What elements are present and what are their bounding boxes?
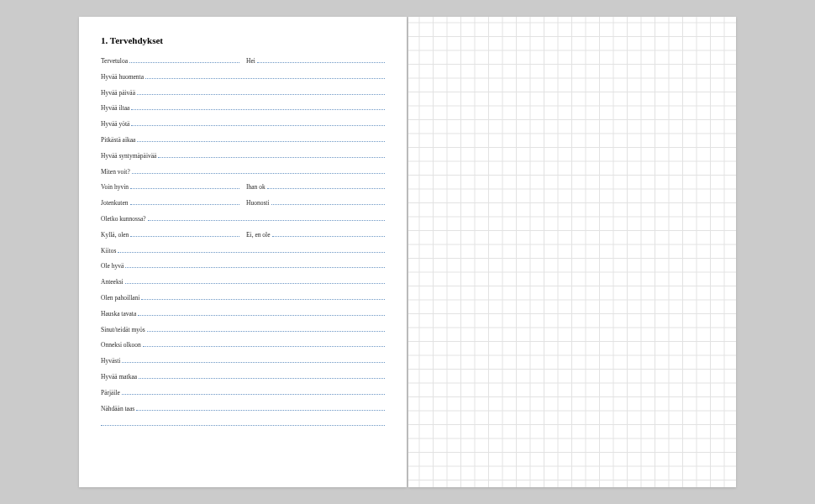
dotted-fill-line — [148, 215, 385, 221]
dotted-fill-line — [125, 262, 385, 268]
dotted-fill-line — [101, 420, 385, 426]
phrase-row: Hyvää syntymäpäivää — [101, 152, 385, 161]
phrase-row: Pärjäile — [101, 389, 385, 398]
phrase-row: Hauska tavata — [101, 310, 385, 319]
dotted-fill-line — [272, 231, 385, 237]
phrase-cell: Ole hyvä — [101, 262, 385, 270]
phrase-row: Olen pahoillani — [101, 294, 385, 303]
phrase-cell: Hyvää yötä — [101, 120, 385, 128]
dotted-fill-line — [271, 199, 385, 205]
dotted-fill-line — [257, 57, 385, 63]
dotted-fill-line — [129, 57, 239, 63]
phrase-cell — [101, 420, 385, 426]
phrase-row: Anteeksi — [101, 278, 385, 287]
phrase-cell: Jotenkuten — [101, 199, 239, 207]
phrase-cell: Kiitos — [101, 247, 385, 255]
phrase-row: Pitkästä aikaa — [101, 136, 385, 145]
phrase-row: Sinut/teidät myös — [101, 326, 385, 335]
phrase-label: Hei — [246, 57, 257, 65]
phrase-label: Hyvästi — [101, 357, 122, 365]
phrase-label: Tervetuloa — [101, 57, 129, 65]
phrase-row: JotenkutenHuonosti — [101, 199, 385, 208]
phrase-row: Hyvää iltaa — [101, 104, 385, 113]
phrase-cell: Oletko kunnossa? — [101, 215, 385, 223]
phrase-cell: Hyvää syntymäpäivää — [101, 152, 385, 160]
phrase-row: TervetuloaHei — [101, 57, 385, 66]
dotted-fill-line — [137, 89, 385, 95]
phrase-label: Jotenkuten — [101, 199, 130, 207]
phrase-cell: Hyvää huomenta — [101, 73, 385, 81]
phrase-cell: Nähdään taas — [101, 405, 385, 412]
phrase-row: Hyvästi — [101, 357, 385, 366]
dotted-fill-line — [158, 152, 385, 158]
phrase-label: Pärjäile — [101, 389, 122, 396]
phrase-cell: Miten voit? — [101, 168, 385, 176]
phrase-label: Nähdään taas — [101, 405, 136, 412]
phrase-row — [101, 420, 385, 429]
phrase-cell: Hauska tavata — [101, 310, 385, 318]
phrase-cell: Kyllä, olen — [101, 231, 239, 239]
phrase-label: Ole hyvä — [101, 262, 125, 270]
phrase-label: Ihan ok — [246, 183, 267, 191]
phrase-cell: Hyvästi — [101, 357, 385, 365]
phrase-cell: Anteeksi — [101, 278, 385, 286]
phrase-cell: Hei — [246, 57, 385, 65]
phrase-label: Ei, en ole — [246, 231, 272, 239]
phrase-cell: Olen pahoillani — [101, 294, 385, 302]
dotted-fill-line — [132, 168, 385, 174]
phrase-row: Ole hyvä — [101, 262, 385, 271]
phrase-cell: Tervetuloa — [101, 57, 239, 65]
dotted-fill-line — [136, 405, 385, 411]
dotted-fill-line — [138, 310, 385, 316]
phrase-label: Hyvää syntymäpäivää — [101, 152, 158, 160]
dotted-fill-line — [125, 278, 385, 284]
phrase-row: Hyvää päivää — [101, 89, 385, 98]
dotted-fill-line — [137, 136, 385, 142]
dotted-fill-line — [122, 357, 385, 363]
phrase-cell: Ihan ok — [246, 183, 385, 191]
phrase-cell: Huonosti — [246, 199, 385, 207]
phrase-label: Hyvää matkaa — [101, 373, 139, 381]
phrase-label: Pitkästä aikaa — [101, 136, 137, 144]
phrase-label: Hyvää yötä — [101, 120, 131, 128]
phrase-label: Olen pahoillani — [101, 294, 141, 302]
dotted-fill-line — [122, 389, 385, 395]
phrase-row: Onneksi olkoon — [101, 341, 385, 350]
left-page: 1. Tervehdykset TervetuloaHeiHyvää huome… — [79, 17, 407, 487]
phrase-label: Hyvää päivää — [101, 89, 137, 97]
phrase-row: Miten voit? — [101, 168, 385, 177]
phrase-label: Sinut/teidät myös — [101, 326, 147, 333]
dotted-fill-line — [130, 231, 239, 237]
phrase-row: Hyvää yötä — [101, 120, 385, 129]
dotted-fill-line — [130, 199, 240, 205]
phrase-row: Hyvää matkaa — [101, 373, 385, 382]
phrase-cell: Hyvää matkaa — [101, 373, 385, 381]
dotted-fill-line — [118, 247, 385, 253]
phrase-row: Kiitos — [101, 247, 385, 256]
phrase-label: Onneksi olkoon — [101, 341, 143, 349]
dotted-fill-line — [131, 104, 385, 110]
dotted-fill-line — [267, 183, 385, 189]
phrase-list: TervetuloaHeiHyvää huomentaHyvää päivääH… — [101, 57, 385, 429]
phrase-label: Hyvää huomenta — [101, 73, 145, 81]
dotted-fill-line — [131, 120, 385, 126]
phrase-label: Hauska tavata — [101, 310, 138, 318]
section-heading: 1. Tervehdykset — [101, 35, 385, 45]
dotted-fill-line — [143, 341, 385, 347]
phrase-row: Voin hyvinIhan ok — [101, 183, 385, 192]
phrase-row: Oletko kunnossa? — [101, 215, 385, 224]
phrase-cell: Sinut/teidät myös — [101, 326, 385, 333]
phrase-cell: Ei, en ole — [246, 231, 385, 239]
phrase-label: Anteeksi — [101, 278, 125, 286]
phrase-label: Kiitos — [101, 247, 118, 255]
phrase-row: Hyvää huomenta — [101, 73, 385, 82]
phrase-cell: Pärjäile — [101, 389, 385, 396]
page-spread: 1. Tervehdykset TervetuloaHeiHyvää huome… — [79, 17, 736, 487]
phrase-label: Huonosti — [246, 199, 271, 207]
right-page-grid — [408, 17, 736, 487]
phrase-row: Nähdään taas — [101, 405, 385, 414]
phrase-cell: Voin hyvin — [101, 183, 239, 191]
dotted-fill-line — [130, 183, 239, 189]
phrase-row: Kyllä, olenEi, en ole — [101, 231, 385, 240]
phrase-cell: Hyvää iltaa — [101, 104, 385, 112]
